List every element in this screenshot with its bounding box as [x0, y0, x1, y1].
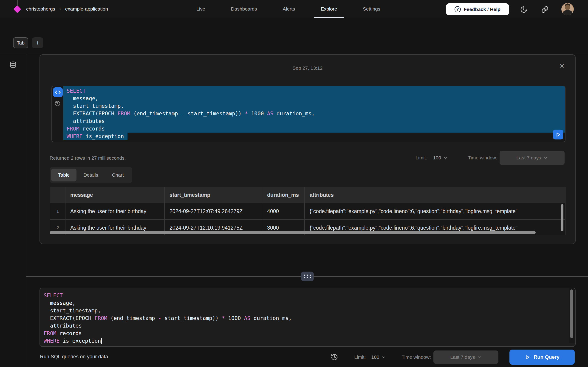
nav-link-alerts[interactable]: Alerts [283, 0, 295, 18]
executed-sql-text[interactable]: SELECT message, start_timestamp, EXTRACT… [63, 86, 565, 142]
column-header-attributes: attributes [304, 187, 565, 203]
sql-line: WHERE is_exception [40, 337, 566, 345]
history-icon[interactable] [54, 100, 61, 107]
nav-link-explore[interactable]: Explore [321, 0, 337, 18]
question-icon: ? [455, 6, 461, 12]
limit-select[interactable]: 100 [433, 155, 448, 161]
play-icon [525, 354, 530, 360]
code-icon-button[interactable] [53, 87, 63, 97]
editor-scrollbar[interactable] [570, 290, 573, 338]
table-cell: {"code.filepath":"example.py","code.line… [304, 203, 565, 219]
split-drag-handle[interactable] [301, 272, 314, 281]
text-cursor [101, 338, 102, 344]
table-row[interactable]: 1Asking the user for their birthday2024-… [50, 203, 565, 219]
vertical-scrollbar[interactable] [561, 204, 563, 231]
result-meta-controls: Limit: 100 Time window: Last 7 days [415, 151, 565, 165]
table-header-row: messagestart_timestampduration_msattribu… [50, 187, 565, 203]
share-link-icon[interactable] [541, 5, 549, 14]
sql-gutter [52, 86, 63, 142]
sql-line: start_timestamp, [63, 102, 565, 110]
column-header-start_timestamp: start_timestamp [164, 187, 262, 203]
result-view-tabs: TableDetailsChart [50, 167, 132, 183]
sql-line: WHERE is_exception [63, 133, 565, 140]
logfire-logo[interactable] [13, 5, 21, 13]
footer-bar: Run SQL queries on your data Limit: 100 … [26, 347, 588, 367]
footer-controls: Limit: 100 Time window: Last 7 days Run … [331, 347, 575, 367]
chevron-down-icon [477, 355, 482, 359]
result-summary: Returned 2 rows in 27 milliseconds. [50, 155, 126, 161]
query-tab[interactable]: Tab [13, 37, 28, 48]
chevron-down-icon [443, 156, 448, 160]
query-result-card: Sep 27, 13:12 ✕ SELECT message, start_ti… [40, 54, 576, 244]
time-window-label: Time window: [401, 354, 431, 360]
time-window-label: Time window: [468, 155, 497, 161]
nav-links: LiveDashboardsAlertsExploreSettings [196, 0, 380, 18]
table-cell: Asking the user for their birthday [65, 203, 164, 219]
view-tab-details[interactable]: Details [77, 169, 105, 181]
chevron-down-icon [381, 355, 386, 359]
navbar: christophergs › example-application Live… [0, 0, 588, 18]
table-cell: 1 [50, 203, 65, 219]
view-tab-table[interactable]: Table [51, 169, 77, 181]
view-tab-chart[interactable]: Chart [105, 169, 130, 181]
breadcrumb-project[interactable]: example-application [65, 6, 108, 12]
add-tab-button[interactable]: + [32, 37, 43, 48]
column-header-message: message [65, 187, 164, 203]
sql-line: attributes [40, 322, 566, 330]
user-avatar[interactable] [561, 3, 574, 15]
limit-label: Limit: [415, 155, 427, 161]
run-query-label: Run Query [534, 354, 559, 360]
limit-select[interactable]: 100 [371, 354, 386, 360]
column-header-rownum [50, 187, 65, 203]
sql-line: FROM records [63, 125, 565, 133]
explore-page: christophergs › example-application Live… [0, 0, 588, 367]
sql-line: EXTRACT(EPOCH FROM (end_timestamp - star… [40, 315, 566, 322]
database-schema-icon[interactable] [9, 61, 17, 69]
play-icon-button[interactable] [553, 130, 563, 140]
sql-editor[interactable]: SELECT message, start_timestamp, EXTRACT… [40, 288, 576, 347]
sql-line: FROM records [40, 330, 566, 337]
sql-line: SELECT [63, 86, 565, 95]
grip-dots-icon [304, 275, 311, 278]
query-timestamp: Sep 27, 13:12 [40, 65, 575, 71]
limit-value: 100 [433, 155, 441, 161]
nav-link-settings[interactable]: Settings [363, 0, 380, 18]
table-cell: 4000 [262, 203, 304, 219]
time-window-select[interactable]: Last 7 days [500, 151, 565, 165]
time-window-select[interactable]: Last 7 days [433, 350, 498, 364]
breadcrumb: christophergs › example-application [26, 0, 108, 18]
logo-line [17, 0, 18, 6]
nav-link-live[interactable]: Live [196, 0, 205, 18]
limit-value: 100 [371, 354, 379, 360]
column-header-duration_ms: duration_ms [262, 187, 304, 203]
theme-toggle-moon-icon[interactable] [519, 5, 528, 14]
results-table-wrap: messagestart_timestampduration_msattribu… [50, 187, 565, 235]
nav-link-dashboards[interactable]: Dashboards [231, 0, 257, 18]
sql-line: message, [63, 95, 565, 102]
run-query-button[interactable]: Run Query [510, 350, 575, 365]
history-icon[interactable] [331, 353, 338, 361]
sql-line: EXTRACT(EPOCH FROM (end_timestamp - star… [63, 110, 565, 117]
sql-line: SELECT [40, 291, 566, 299]
time-window-value: Last 7 days [450, 354, 475, 360]
horizontal-scrollbar[interactable] [50, 231, 565, 234]
sidebar [0, 54, 26, 367]
time-window-value: Last 7 days [516, 155, 541, 161]
table-cell: 2024-09-27T12:07:49.264279Z [164, 203, 262, 219]
chevron-right-icon: › [59, 6, 61, 12]
sql-editor-text[interactable]: SELECT message, start_timestamp, EXTRACT… [40, 291, 566, 345]
feedback-help-button[interactable]: ? Feedback / Help [446, 3, 509, 15]
sql-line: start_timestamp, [40, 307, 566, 315]
executed-sql-block: SELECT message, start_timestamp, EXTRACT… [52, 86, 565, 142]
sql-line: message, [40, 299, 566, 307]
limit-label: Limit: [354, 354, 366, 360]
sql-line: attributes [63, 117, 565, 125]
footer-hint: Run SQL queries on your data [40, 354, 108, 360]
feedback-label: Feedback / Help [464, 7, 501, 12]
close-icon[interactable]: ✕ [559, 63, 565, 69]
results-table: messagestart_timestampduration_msattribu… [50, 187, 565, 235]
chevron-down-icon [544, 156, 548, 160]
breadcrumb-org[interactable]: christophergs [26, 6, 55, 12]
